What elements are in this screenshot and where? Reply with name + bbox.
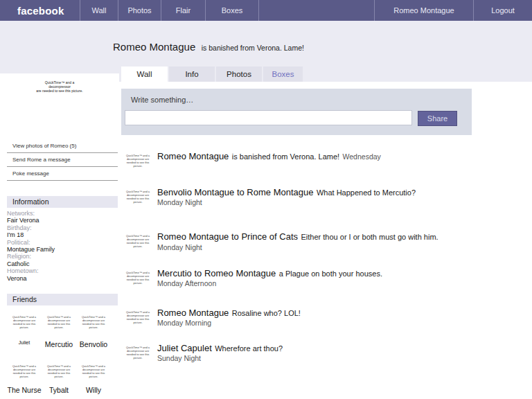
friend-name-willy[interactable]: Willy (86, 386, 101, 394)
friend-name-tybalt[interactable]: Tybalt (49, 386, 69, 394)
post-message: What Happened to Mercutio? (317, 188, 416, 197)
wall-post: QuickTime™ and a decompressor are needed… (125, 231, 464, 252)
post-message: Either thou or I or both must go with hi… (301, 233, 438, 241)
post-author-link[interactable]: Romeo Montague (157, 308, 229, 318)
profile-name: Romeo Montague (113, 41, 195, 53)
friends-section-header: Friends (7, 294, 118, 305)
sidebar-link-poke[interactable]: Poke message (7, 167, 118, 181)
wall-post: QuickTime™ and a decompressor are needed… (125, 343, 464, 363)
logout-button[interactable]: Logout (473, 0, 532, 21)
profile-status-text: is banished from Verona. Lame! (202, 44, 304, 52)
post-author-link[interactable]: Mercutio to Romeo Montague (157, 268, 276, 278)
top-navigation-bar: facebook Wall Photos Flair Boxes Romeo M… (0, 0, 532, 21)
nav-spacer (258, 0, 374, 21)
sidebar-link-send-message[interactable]: Send Rome a message (7, 153, 118, 167)
nav-user-link[interactable]: Romeo Montague (374, 0, 473, 21)
post-timestamp: Monday Afternoon (157, 278, 459, 288)
friend-photo-placeholder: QuickTime™ and a decompressor are needed… (46, 364, 72, 378)
post-author-photo-placeholder: QuickTime™ and a decompressor are needed… (125, 190, 151, 204)
tab-photos[interactable]: Photos (216, 66, 262, 82)
wall-post: QuickTime™ and a decompressor are needed… (125, 268, 464, 288)
post-timestamp: Sunday Night (157, 353, 459, 363)
friend-name-mercutio[interactable]: Mercutio (45, 340, 73, 348)
friend-photo-placeholder: QuickTime™ and a decompressor are needed… (80, 315, 107, 329)
info-value-religion: Catholic (7, 260, 118, 267)
info-value-political: Montague Family (7, 246, 118, 253)
post-message: Rosaline who? LOL! (232, 309, 301, 317)
friend-name-juliet[interactable]: Juliet (19, 340, 30, 345)
info-label-hometown: Hometown: (7, 267, 118, 274)
tab-wall[interactable]: Wall (121, 66, 168, 82)
tab-info[interactable]: Info (169, 66, 215, 82)
composer-input[interactable] (125, 110, 412, 125)
placeholder-text-line: are needed to see this picture. (0, 89, 119, 93)
post-author-photo-placeholder: QuickTime™ and a decompressor are needed… (125, 234, 151, 248)
info-label-networks: Networks: (7, 210, 118, 217)
info-value-networks: Fair Verona (7, 217, 118, 224)
wall-post: QuickTime™ and a decompressor are needed… (125, 308, 464, 328)
wall-post: QuickTime™ and a decompressor are needed… (125, 151, 464, 161)
post-author-photo-placeholder: QuickTime™ and a decompressor are needed… (125, 310, 151, 324)
friends-thumbnail-row: QuickTime™ and a decompressor are needed… (7, 364, 112, 378)
info-value-birthday: I'm 18 (7, 231, 118, 238)
info-value-hometown: Verona (7, 275, 118, 282)
share-button[interactable]: Share (418, 111, 457, 126)
profile-photo-placeholder: QuickTime™ and a decompressor are needed… (0, 73, 119, 115)
post-timestamp: Monday Night (157, 243, 202, 251)
information-section-header: Information (7, 196, 118, 208)
tab-boxes[interactable]: Boxes (263, 66, 303, 82)
nav-item-boxes[interactable]: Boxes (205, 0, 258, 21)
friend-photo-placeholder: QuickTime™ and a decompressor are needed… (11, 364, 37, 378)
nav-item-flair[interactable]: Flair (161, 0, 205, 21)
friend-photo-placeholder: QuickTime™ and a decompressor are needed… (11, 315, 37, 329)
nav-item-wall[interactable]: Wall (80, 0, 118, 21)
post-author-photo-placeholder: QuickTime™ and a decompressor are needed… (125, 154, 151, 168)
profile-title: Romeo Montague is banished from Verona. … (113, 41, 304, 53)
info-label-political: Political: (7, 239, 118, 246)
friends-name-row: The Nurse Tybalt Willy (7, 386, 112, 394)
post-message: a Plague on both your houses. (279, 269, 382, 278)
composer-prompt: Write something… (131, 96, 193, 104)
post-message: Wherefore art thou? (215, 344, 283, 353)
wall-composer: Write something… Share (121, 89, 472, 135)
post-author-link[interactable]: Juliet Capulet (157, 343, 212, 353)
friend-photo-placeholder: QuickTime™ and a decompressor are needed… (80, 364, 107, 378)
friends-name-row: Juliet Mercutio Benvolio (7, 340, 112, 348)
friend-name-the-nurse[interactable]: The Nurse (7, 386, 41, 394)
wall-post: QuickTime™ and a decompressor are needed… (125, 187, 464, 207)
post-message: is banished from Verona. Lame! (232, 152, 339, 161)
friends-thumbnail-row: QuickTime™ and a decompressor are needed… (7, 315, 112, 329)
profile-tabs: Wall Info Photos Boxes (121, 66, 303, 82)
friend-photo-placeholder: QuickTime™ and a decompressor are needed… (46, 315, 72, 329)
sidebar-action-links: View photos of Romeo (5) Send Rome a mes… (7, 139, 118, 181)
post-timestamp: Monday Morning (157, 318, 459, 328)
post-timestamp: Monday Night (157, 197, 459, 207)
sidebar-link-view-photos[interactable]: View photos of Romeo (5) (7, 139, 118, 153)
post-timestamp: Wednesday (343, 152, 381, 161)
post-author-link[interactable]: Romeo Montague (157, 151, 229, 161)
facebook-logo: facebook (0, 0, 80, 21)
friend-name-benvolio[interactable]: Benvolio (80, 340, 107, 348)
post-author-photo-placeholder: QuickTime™ and a decompressor are needed… (125, 271, 151, 285)
information-fields: Networks: Fair Verona Birthday: I'm 18 P… (7, 210, 118, 282)
info-label-religion: Religion: (7, 253, 118, 260)
post-author-link[interactable]: Romeo Montague to Prince of Cats (157, 231, 298, 242)
post-author-link[interactable]: Benvolio Montague to Rome Montague (157, 187, 313, 197)
info-label-birthday: Birthday: (7, 224, 118, 231)
post-author-photo-placeholder: QuickTime™ and a decompressor are needed… (125, 346, 151, 360)
nav-item-photos[interactable]: Photos (118, 0, 161, 21)
